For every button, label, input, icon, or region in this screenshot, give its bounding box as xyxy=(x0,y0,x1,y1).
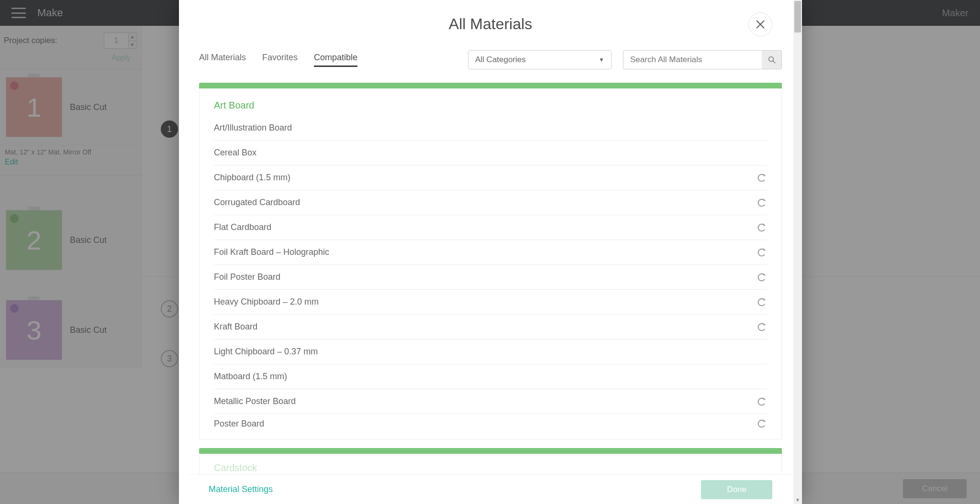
material-row[interactable]: Poster Board xyxy=(214,414,767,439)
search-button[interactable] xyxy=(762,50,782,69)
material-row[interactable]: Metallic Poster Board xyxy=(214,389,767,414)
done-button[interactable]: Done xyxy=(701,480,772,499)
cricut-badge-icon xyxy=(757,222,767,233)
material-row[interactable]: Art/Illustration Board xyxy=(214,116,767,141)
cricut-badge-icon xyxy=(757,272,767,283)
category-header-bar xyxy=(199,83,782,88)
modal-scrollbar[interactable]: ▼ xyxy=(793,0,802,504)
category-select-value: All Categories xyxy=(475,55,526,65)
cricut-badge-icon xyxy=(757,247,767,258)
category-title: Cardstock xyxy=(200,462,781,474)
material-name: Metallic Poster Board xyxy=(214,396,296,406)
material-name: Poster Board xyxy=(214,419,264,429)
material-row[interactable]: Matboard (1.5 mm) xyxy=(214,364,767,389)
material-name: Flat Cardboard xyxy=(214,222,271,232)
cricut-badge-icon xyxy=(757,396,767,407)
cricut-badge-icon xyxy=(757,418,767,429)
search-icon xyxy=(768,55,776,64)
material-name: Art/Illustration Board xyxy=(214,123,292,133)
category-card: Art Board Art/Illustration BoardCereal B… xyxy=(199,88,782,439)
category-select[interactable]: All Categories ▼ xyxy=(468,50,612,69)
material-name: Corrugated Cardboard xyxy=(214,197,300,208)
material-row[interactable]: Kraft Board xyxy=(214,315,767,340)
material-row[interactable]: Flat Cardboard xyxy=(214,215,767,240)
close-button[interactable] xyxy=(748,12,772,36)
materials-list: Art Board Art/Illustration BoardCereal B… xyxy=(189,83,791,474)
material-name: Foil Kraft Board – Holographic xyxy=(214,247,329,257)
search-input[interactable] xyxy=(623,50,762,69)
material-row[interactable]: Corrugated Cardboard xyxy=(214,190,767,215)
category-title: Art Board xyxy=(200,100,781,116)
material-row[interactable]: Chipboard (1.5 mm) xyxy=(214,165,767,190)
tab-all-materials[interactable]: All Materials xyxy=(199,53,246,67)
modal-controls: All Materials Favorites Compatible All C… xyxy=(189,50,791,83)
modal-tabs: All Materials Favorites Compatible xyxy=(199,53,357,67)
material-name: Foil Poster Board xyxy=(214,272,280,282)
material-name: Kraft Board xyxy=(214,322,257,332)
cricut-badge-icon xyxy=(757,297,767,307)
tab-compatible[interactable]: Compatible xyxy=(314,53,357,67)
tab-favorites[interactable]: Favorites xyxy=(262,53,298,67)
modal-footer: Material Settings Done xyxy=(189,474,791,504)
category-header-bar xyxy=(199,448,782,454)
close-icon xyxy=(755,19,766,30)
material-name: Matboard (1.5 mm) xyxy=(214,372,287,382)
search-wrap xyxy=(623,50,782,69)
modal-title: All Materials xyxy=(189,0,791,50)
cricut-badge-icon xyxy=(757,173,767,183)
materials-modal: ▼ All Materials All Materials Favorites … xyxy=(179,0,802,504)
material-name: Heavy Chipboard – 2.0 mm xyxy=(214,297,319,307)
material-settings-link[interactable]: Material Settings xyxy=(209,484,273,494)
scrollbar-thumb[interactable] xyxy=(794,1,801,33)
material-row[interactable]: Cereal Box xyxy=(214,141,767,165)
cricut-badge-icon xyxy=(757,322,767,332)
material-name: Cereal Box xyxy=(214,148,256,158)
material-row[interactable]: Foil Poster Board xyxy=(214,265,767,290)
material-name: Light Chipboard – 0.37 mm xyxy=(214,347,318,357)
category-card-next: Cardstock xyxy=(199,454,782,474)
material-row[interactable]: Heavy Chipboard – 2.0 mm xyxy=(214,290,767,315)
material-row[interactable]: Foil Kraft Board – Holographic xyxy=(214,240,767,265)
cricut-badge-icon xyxy=(757,197,767,208)
scroll-down-icon[interactable]: ▼ xyxy=(793,495,802,504)
material-row[interactable]: Light Chipboard – 0.37 mm xyxy=(214,340,767,364)
chevron-down-icon: ▼ xyxy=(599,56,604,63)
material-name: Chipboard (1.5 mm) xyxy=(214,173,290,183)
